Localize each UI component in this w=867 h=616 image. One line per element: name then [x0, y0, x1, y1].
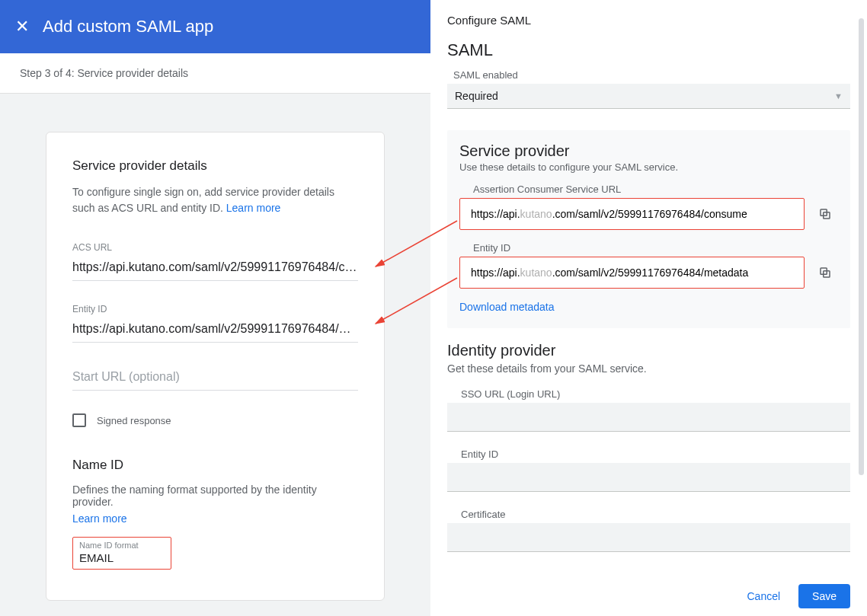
- nameid-format-label: Name ID format: [79, 541, 165, 550]
- sp-entity-label: Entity ID: [459, 242, 838, 254]
- download-metadata-link[interactable]: Download metadata: [459, 301, 555, 313]
- sp-acs-row: https://api.kutano.com/saml/v2/599911769…: [459, 198, 838, 230]
- sp-heading: Service provider: [459, 142, 838, 160]
- sp-acs-value: https://api.kutano.com/saml/v2/599911769…: [459, 198, 805, 230]
- idp-entity-input[interactable]: [447, 463, 850, 492]
- nameid-desc: Defines the naming format supported by t…: [72, 484, 358, 508]
- learn-more-link[interactable]: Learn more: [226, 202, 281, 214]
- right-footer: Cancel Save: [736, 584, 850, 608]
- idp-heading: Identity provider: [447, 342, 850, 359]
- certificate-label: Certificate: [447, 509, 850, 520]
- nameid-format-select[interactable]: Name ID format EMAIL: [72, 537, 171, 570]
- scrollbar[interactable]: [859, 18, 864, 475]
- acs-url-label: ACS URL: [72, 242, 358, 253]
- start-url-input[interactable]: [72, 365, 358, 391]
- modal-title: Add custom SAML app: [43, 17, 213, 37]
- saml-heading: SAML: [447, 40, 850, 60]
- saml-enabled-label: SAML enabled: [447, 69, 850, 81]
- close-icon[interactable]: ✕: [15, 17, 29, 37]
- sp-section: Service provider Use these details to co…: [447, 130, 850, 328]
- sp-entity-value: https://api.kutano.com/saml/v2/599911769…: [459, 257, 805, 289]
- start-url-field: [72, 365, 358, 391]
- entity-id-label: Entity ID: [72, 304, 358, 314]
- cancel-button[interactable]: Cancel: [736, 584, 791, 608]
- sso-url-label: SSO URL (Login URL): [447, 388, 850, 400]
- idp-entity-label: Entity ID: [447, 448, 850, 460]
- sp-acs-label: Assertion Consumer Service URL: [459, 184, 838, 195]
- save-button[interactable]: Save: [798, 584, 850, 608]
- sp-details-card: Service provider details To configure si…: [46, 132, 385, 601]
- idp-hint: Get these details from your SAML service…: [447, 362, 850, 375]
- saml-enabled-select[interactable]: Required ▼: [447, 84, 850, 109]
- signed-response-label: Signed response: [97, 415, 171, 426]
- certificate-input[interactable]: [447, 523, 850, 552]
- nameid-learn-more-link[interactable]: Learn more: [72, 512, 127, 525]
- acs-url-field: ACS URL: [72, 242, 358, 281]
- acs-url-input[interactable]: [72, 256, 358, 281]
- signed-response-checkbox[interactable]: [72, 413, 86, 427]
- triangle-down-icon: ▼: [834, 91, 843, 101]
- left-panel: ✕ Add custom SAML app Step 3 of 4: Servi…: [0, 0, 430, 616]
- card-description: To configure single sign on, add service…: [72, 184, 358, 216]
- entity-id-field: Entity ID: [72, 304, 358, 343]
- copy-icon[interactable]: [812, 201, 838, 227]
- sso-url-input[interactable]: [447, 403, 850, 432]
- modal-header: ✕ Add custom SAML app: [0, 0, 430, 53]
- saml-enabled-value: Required: [455, 90, 498, 102]
- card-heading: Service provider details: [72, 158, 358, 174]
- entity-id-input[interactable]: [72, 318, 358, 343]
- right-panel-title: Configure SAML: [447, 14, 850, 27]
- nameid-heading: Name ID: [72, 458, 358, 473]
- nameid-format-value: EMAIL: [79, 551, 165, 564]
- signed-response-row: Signed response: [72, 413, 358, 427]
- sp-hint: Use these details to configure your SAML…: [459, 161, 838, 173]
- step-indicator: Step 3 of 4: Service provider details: [0, 53, 430, 94]
- copy-icon[interactable]: [812, 260, 838, 286]
- sp-entity-row: https://api.kutano.com/saml/v2/599911769…: [459, 257, 838, 289]
- right-panel: Configure SAML SAML SAML enabled Require…: [430, 0, 867, 616]
